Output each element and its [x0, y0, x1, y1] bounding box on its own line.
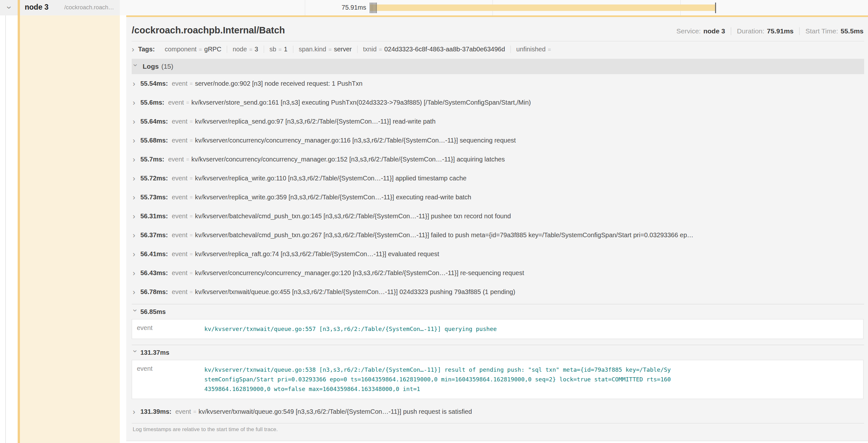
- log-field-key: event: [172, 212, 188, 220]
- log-row[interactable]: › 55.6ms: event = kv/kvserver/store_send…: [132, 93, 864, 112]
- start-time-info: Start Time: 55.5ms: [799, 27, 864, 35]
- log-row[interactable]: › 55.7ms: event = kv/kvserver/concurrenc…: [132, 150, 864, 169]
- log-row[interactable]: › 55.68ms: event = kv/kvserver/concurren…: [132, 131, 864, 150]
- selected-span-name-column: [20, 15, 120, 443]
- log-timestamp: 55.68ms:: [141, 137, 168, 144]
- logs-section-header[interactable]: › Logs (15): [132, 59, 864, 74]
- log-row[interactable]: › 56.43ms: event = kv/kvserver/concurren…: [132, 264, 864, 282]
- equals-sign: =: [190, 81, 193, 87]
- log-collapse-chevron-icon[interactable]: ›: [132, 350, 138, 355]
- log-field-key: event: [172, 137, 188, 144]
- start-time-value: 55.5ms: [841, 27, 864, 35]
- log-field-value: kv/kvserver/txnwait/queue.go:455 [n3,s3,…: [195, 288, 864, 296]
- log-expand-chevron-icon[interactable]: ›: [133, 251, 138, 258]
- log-timestamp: 131.39ms:: [141, 408, 172, 415]
- equals-sign: =: [190, 251, 193, 257]
- equals-sign: =: [193, 409, 196, 415]
- log-expand-chevron-icon[interactable]: ›: [133, 137, 138, 144]
- span-info: Service: node 3 Duration: 75.91ms Start …: [671, 27, 864, 35]
- log-expand-chevron-icon[interactable]: ›: [133, 213, 138, 219]
- log-expand-chevron-icon[interactable]: ›: [133, 270, 138, 276]
- log-tick-marks-icon: [370, 3, 377, 13]
- log-field-key: event: [132, 319, 204, 339]
- service-value: node 3: [703, 27, 725, 35]
- tags-expand-chevron-icon[interactable]: ›: [132, 46, 137, 53]
- log-expand-chevron-icon[interactable]: ›: [133, 175, 138, 182]
- span-detail-panel: /cockroach.roachpb.Internal/Batch Servic…: [126, 15, 868, 441]
- span-detail-header: /cockroach.roachpb.Internal/Batch Servic…: [132, 25, 864, 41]
- log-timestamp: 56.85ms: [141, 308, 166, 315]
- log-timestamp: 55.73ms:: [141, 194, 168, 201]
- span-tree-indent-line: [5, 0, 6, 443]
- log-timestamp: 56.78ms:: [141, 288, 168, 296]
- log-row[interactable]: › 55.54ms: event = server/node.go:902 [n…: [132, 74, 864, 93]
- log-field-value: kv/kvserver/batcheval/cmd_push_txn.go:14…: [195, 212, 864, 220]
- log-field-value: kv/kvserver/replica_write.go:110 [n3,s3,…: [195, 175, 864, 182]
- log-timestamp: 56.31ms:: [141, 212, 168, 220]
- log-field-value: kv/kvserver/batcheval/cmd_push_txn.go:26…: [195, 232, 864, 239]
- span-service-name: node 3: [25, 3, 49, 11]
- log-field-key: event: [168, 156, 184, 163]
- log-field-key: event: [172, 269, 188, 277]
- log-field-key: event: [172, 175, 188, 182]
- span-title: /cockroach.roachpb.Internal/Batch: [132, 25, 285, 36]
- expanded-log-header[interactable]: › 56.85ms: [132, 304, 864, 319]
- log-expand-chevron-icon[interactable]: ›: [133, 80, 138, 87]
- tags-label: Tags:: [138, 45, 155, 53]
- log-row[interactable]: › 55.72ms: event = kv/kvserver/replica_w…: [132, 169, 864, 188]
- collapse-span-chevron-icon[interactable]: ›: [5, 6, 13, 9]
- log-field-value: kv/kvserver/concurrency/concurrency_mana…: [195, 137, 864, 144]
- log-row[interactable]: › 55.73ms: event = kv/kvserver/replica_w…: [132, 188, 864, 207]
- tags-row[interactable]: › Tags: component=gRPC node=3 sb=1 span.…: [132, 41, 864, 57]
- equals-sign: =: [190, 289, 193, 295]
- logs-footer-note: Log timestamps are relative to the start…: [132, 423, 864, 433]
- expanded-log-entry: › 56.85ms event kv/kvserver/txnwait/queu…: [132, 304, 864, 339]
- log-field-value: kv/kvserver/concurrency/concurrency_mana…: [191, 156, 864, 163]
- service-info: Service: node 3: [671, 27, 731, 35]
- log-field-key: event: [132, 360, 204, 399]
- service-color-bar: [18, 0, 20, 443]
- log-timestamp: 55.64ms:: [141, 118, 168, 125]
- duration-value: 75.91ms: [767, 27, 794, 35]
- equals-sign: =: [190, 176, 193, 181]
- equals-sign: =: [190, 213, 193, 219]
- log-field-value: server/node.go:902 [n3] node received re…: [195, 80, 864, 87]
- equals-sign: =: [190, 119, 193, 125]
- log-row[interactable]: › 55.64ms: event = kv/kvserver/replica_s…: [132, 112, 864, 131]
- log-row[interactable]: › 56.78ms: event = kv/kvserver/txnwait/q…: [132, 282, 864, 301]
- log-row[interactable]: › 131.39ms: event = kv/kvserver/txnwait/…: [132, 402, 864, 421]
- log-timestamp: 131.37ms: [141, 349, 169, 356]
- logs-collapse-chevron-icon[interactable]: ›: [132, 64, 139, 69]
- log-timestamp: 55.7ms:: [141, 156, 164, 163]
- log-expand-chevron-icon[interactable]: ›: [133, 409, 138, 415]
- log-detail-card: event kv/kvserver/txnwait/queue.go:557 […: [132, 319, 864, 339]
- log-expand-chevron-icon[interactable]: ›: [133, 232, 138, 239]
- log-collapse-chevron-icon[interactable]: ›: [132, 309, 138, 314]
- log-field-value: kv/kvserver/replica_write.go:359 [n3,s3,…: [195, 194, 864, 201]
- log-expand-chevron-icon[interactable]: ›: [133, 156, 138, 163]
- log-row[interactable]: › 56.41ms: event = kv/kvserver/replica_r…: [132, 245, 864, 264]
- log-detail-card: event kv/kvserver/txnwait/queue.go:538 […: [132, 360, 864, 399]
- log-field-value: kv/kvserver/txnwait/queue.go:538 [n3,s3,…: [204, 360, 676, 399]
- log-row[interactable]: › 56.31ms: event = kv/kvserver/batcheval…: [132, 207, 864, 226]
- tag-node: node=3: [227, 45, 264, 53]
- log-field-key: event: [172, 80, 188, 87]
- tag-sb: sb=1: [264, 45, 293, 53]
- log-expand-chevron-icon[interactable]: ›: [133, 100, 138, 106]
- expanded-log-entry: › 131.37ms event kv/kvserver/txnwait/que…: [132, 345, 864, 399]
- expanded-log-header[interactable]: › 131.37ms: [132, 345, 864, 360]
- duration-info: Duration: 75.91ms: [731, 27, 799, 35]
- log-field-value: kv/kvserver/replica_raft.go:74 [n3,s3,r6…: [195, 250, 864, 258]
- duration-label: Duration:: [737, 27, 764, 35]
- log-expand-chevron-icon[interactable]: ›: [133, 289, 138, 295]
- span-bar[interactable]: [370, 4, 716, 11]
- log-expand-chevron-icon[interactable]: ›: [133, 194, 138, 201]
- equals-sign: =: [186, 100, 189, 106]
- log-field-key: event: [168, 99, 184, 106]
- log-row[interactable]: › 56.37ms: event = kv/kvserver/batcheval…: [132, 226, 864, 245]
- tag-component: component=gRPC: [159, 45, 227, 53]
- log-expand-chevron-icon[interactable]: ›: [133, 118, 138, 125]
- log-timestamp: 56.43ms:: [141, 269, 168, 277]
- log-timestamp: 56.37ms:: [141, 232, 168, 239]
- log-field-value: kv/kvserver/txnwait/queue.go:557 [n3,s3,…: [204, 319, 500, 339]
